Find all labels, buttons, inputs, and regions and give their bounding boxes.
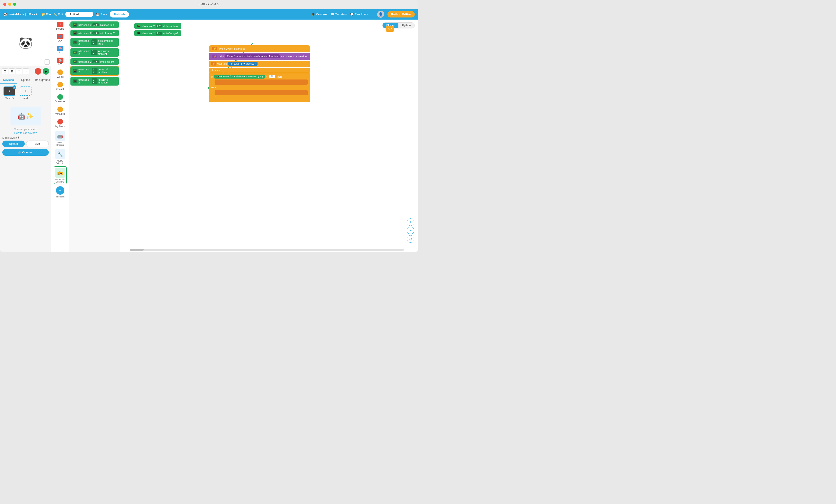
block-text-5: ultrasonic 2 <box>78 60 92 63</box>
zoom-in-button[interactable]: + <box>407 218 414 226</box>
cat-variables[interactable]: Variables <box>53 105 68 117</box>
publish-label: Publish <box>114 13 125 16</box>
block-turns-off[interactable]: 📟 ultrasonic 2 1 ▼ turns off ambient <box>71 66 119 75</box>
block-dropdown-6[interactable]: 1 ▼ <box>92 68 97 74</box>
block-dropdown-5[interactable]: 1 ▼ <box>92 60 98 63</box>
then-label: then <box>277 75 282 78</box>
add-ext-icon: + <box>59 188 62 193</box>
if-value[interactable]: 50 <box>269 75 275 78</box>
if-sensor-chip[interactable]: 📟 ultrasonic 2 1 ▼ distance to an object… <box>214 75 265 79</box>
minimize-button[interactable] <box>8 3 11 6</box>
full-screen-tool[interactable]: ⛶ <box>44 59 50 64</box>
view-dots-btn[interactable]: ⋯ <box>23 68 29 74</box>
sensor-icon-4: 📟 <box>73 51 77 54</box>
tutorials-button[interactable]: 📖 Tutorials <box>330 13 347 16</box>
ext-mbot2ext[interactable]: 🔧 mBot2 Extensi... <box>54 148 67 165</box>
live-mode-button[interactable]: Live <box>26 140 49 147</box>
tabs: Devices Sprites Background <box>0 76 51 84</box>
courses-button[interactable]: 🎓 Courses <box>311 13 327 16</box>
add-extension-button[interactable]: + <box>56 186 64 195</box>
cat-iot[interactable]: 📡 IoT <box>53 56 68 67</box>
sensor-icon-3: 📟 <box>73 41 77 44</box>
python-editor-button[interactable]: Python Editor <box>387 11 415 18</box>
block-checkbox-1[interactable] <box>69 23 70 26</box>
block-text-3: ultrasonic 2 <box>78 39 91 45</box>
python-toggle-button[interactable]: Python <box>398 23 415 28</box>
tab-devices[interactable]: Devices <box>0 76 17 84</box>
edit-menu[interactable]: ✏️ Edit <box>53 13 63 16</box>
horizontal-scrollbar[interactable] <box>130 249 404 251</box>
view-controls: ⊡ ⊞ ☰ ⋯ ▶ <box>0 66 51 76</box>
connect-button[interactable]: 🔗 Connect <box>2 149 49 156</box>
ext-mbot2chassis[interactable]: 🤖 mBot2 Chassis <box>54 130 67 147</box>
block-text-7: ultrasonic 2 <box>78 78 91 84</box>
how-to-link[interactable]: How to use device? <box>2 132 49 134</box>
close-button[interactable] <box>3 3 6 6</box>
block-dropdown-2[interactable]: 1 ▼ <box>92 32 98 35</box>
block-dropdown-4[interactable]: 1 ▼ <box>91 50 97 55</box>
cat-events[interactable]: Events <box>53 68 68 79</box>
block-action-text-4: increases ambient <box>98 50 116 55</box>
event-block[interactable]: ⚡ when CyberPi starts up <box>209 45 310 52</box>
fb1-dd1[interactable]: 1 ▼ <box>156 24 162 27</box>
save-button[interactable]: 💾 Save <box>96 13 107 16</box>
tab-sprites[interactable]: Sprites <box>17 76 34 84</box>
button-block[interactable]: ⚡ button B ▼ pressed? <box>228 62 258 66</box>
sensor-icon-2: 📟 <box>73 31 77 35</box>
block-out-of-range[interactable]: 📟 ultrasonic 2 1 ▼ out of range? <box>71 30 119 36</box>
fb2-dd1[interactable]: 1 ▼ <box>156 32 162 35</box>
zoom-out-button[interactable]: − <box>407 227 414 234</box>
forever-block[interactable]: forever <box>209 67 310 73</box>
block-displays-emotion[interactable]: 📟 ultrasonic 2 1 ▼ displays emotion <box>71 77 119 85</box>
block-sets-ambient[interactable]: 📟 ultrasonic 2 1 ▼ sets ambient light <box>71 38 119 46</box>
cat-sensing[interactable]: 👁 Sensing <box>53 20 68 32</box>
ext-ultrasonic[interactable]: 📻 Ultrasonic Sensor 2 <box>54 166 67 185</box>
cat-operators[interactable]: Operators <box>53 93 68 104</box>
zoom-reset-button[interactable]: ⊙ <box>407 235 414 243</box>
float-block-1[interactable]: 📟 ultrasonic 2 1 ▼ distance to a <box>134 23 181 29</box>
event-icon: ⚡ <box>212 47 217 50</box>
program-sequence: ⚡ when CyberPi starts up ⚡ print Press B… <box>209 45 310 102</box>
upload-mode-button[interactable]: Upload <box>2 140 25 147</box>
cat-myblock[interactable]: My Block <box>53 117 68 129</box>
edit-icon: ✏️ <box>53 13 57 16</box>
block-ambient-light[interactable]: 📟 ultrasonic 2 1 ▼ ambient light <box>71 58 119 65</box>
maximize-button[interactable] <box>13 3 16 6</box>
feedback-button[interactable]: 💬 Feedback <box>350 13 368 16</box>
print-block[interactable]: ⚡ print Press B to start obstacle avoida… <box>209 53 310 60</box>
block-action-text-6: turns off ambient <box>98 68 116 74</box>
publish-button[interactable]: Publish <box>110 11 129 18</box>
view-single-btn[interactable]: ⊡ <box>2 68 8 74</box>
view-list-btn[interactable]: ☰ <box>16 68 22 74</box>
cat-lan[interactable]: 🌐 LAN <box>53 33 68 43</box>
cat-myblock-label: My Block <box>55 125 65 128</box>
view-grid-btn[interactable]: ⊞ <box>9 68 15 74</box>
project-name-input[interactable] <box>65 12 93 17</box>
scrollbar-thumb[interactable] <box>130 249 144 251</box>
file-menu[interactable]: 📁 File <box>41 13 51 16</box>
robot-icon: 🤖✨ <box>18 112 34 120</box>
device-label: CyberPi <box>5 97 14 99</box>
block-increases-ambient[interactable]: 📟 ultrasonic 2 1 ▼ increases ambient <box>71 48 119 57</box>
device-remove-button[interactable]: ✕ <box>13 85 16 89</box>
xml-button[interactable]: </> <box>385 26 394 32</box>
run-button[interactable]: ▶ <box>43 68 49 75</box>
mbot2ext-icon: 🔧 <box>55 149 65 159</box>
mode-btns: Upload Live <box>2 140 49 147</box>
cat-control[interactable]: Control <box>53 80 68 92</box>
block-distance[interactable]: 📟 ultrasonic 2 1 ▼ distance to a <box>71 21 119 28</box>
tab-background[interactable]: Background <box>34 76 51 84</box>
sensor-icon-5: 📟 <box>73 60 77 63</box>
wait-block[interactable]: ⚡ wait until ⚡ button B ▼ pressed? <box>209 61 310 67</box>
cat-ai[interactable]: 🧠 AI <box>53 44 68 55</box>
block-text-1: ultrasonic 2 <box>78 23 92 26</box>
block-dropdown-3[interactable]: 1 ▼ <box>92 39 97 45</box>
block-dropdown-1[interactable]: 1 ▼ <box>92 23 98 26</box>
more-button[interactable]: ... <box>371 13 374 16</box>
block-action-text-1: distance to a <box>100 23 114 26</box>
block-dropdown-7[interactable]: 1 ▼ <box>92 78 97 84</box>
add-device-button[interactable]: + <box>20 86 32 96</box>
events-icon <box>57 70 63 75</box>
float-block-2[interactable]: 📟 ultrasonic 2 1 ▼ out of range? <box>134 30 181 36</box>
stop-button[interactable] <box>35 68 41 75</box>
